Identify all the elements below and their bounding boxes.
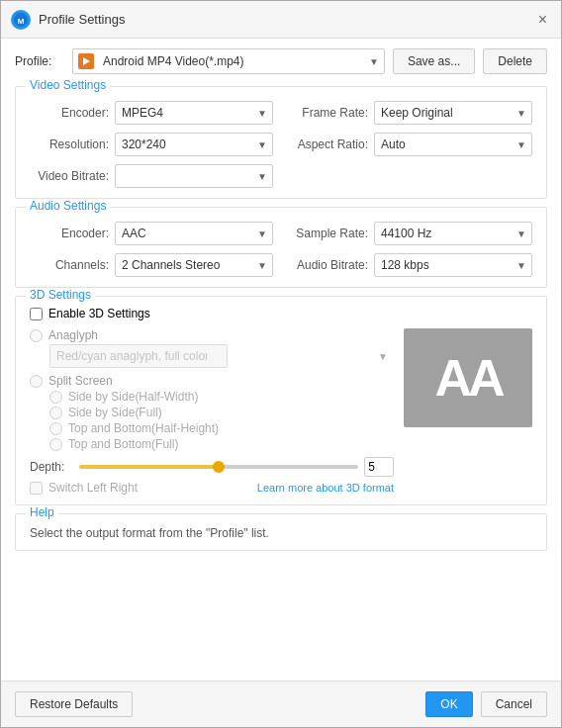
switch-left: Switch Left Right bbox=[30, 481, 138, 495]
encoder-wrapper: MPEG4 ▼ bbox=[115, 101, 273, 125]
video-bitrate-dropdown[interactable] bbox=[115, 164, 273, 188]
sample-rate-label: Sample Rate: bbox=[289, 227, 368, 240]
title-bar-left: M Profile Settings bbox=[11, 10, 125, 30]
resolution-dropdown[interactable]: 320*240 bbox=[115, 133, 273, 156]
split-option-4: Top and Bottom(Full) bbox=[49, 437, 394, 451]
audio-encoder-label: Encoder: bbox=[30, 227, 109, 240]
settings-3d-title: 3D Settings bbox=[26, 288, 95, 302]
settings-3d-body: Anaglyph Red/cyan anaglyph, full color ▼… bbox=[30, 328, 532, 495]
anaglyph-option-dropdown[interactable]: Red/cyan anaglyph, full color bbox=[49, 344, 228, 368]
side-full-label: Side by Side(Full) bbox=[68, 406, 162, 419]
side-full-radio[interactable] bbox=[49, 407, 62, 419]
cancel-button[interactable]: Cancel bbox=[481, 691, 547, 717]
audio-bitrate-wrapper: 128 kbps ▼ bbox=[374, 253, 532, 277]
sample-rate-dropdown[interactable]: 44100 Hz bbox=[374, 222, 532, 245]
side-half-label: Side by Side(Half-Width) bbox=[68, 390, 198, 404]
audio-bitrate-row: Audio Bitrate: 128 kbps ▼ bbox=[289, 253, 532, 277]
split-option-1: Side by Side(Half-Width) bbox=[49, 390, 394, 404]
channels-label: Channels: bbox=[30, 258, 109, 272]
audio-settings-title: Audio Settings bbox=[26, 199, 110, 213]
enable-3d-row: Enable 3D Settings bbox=[30, 307, 532, 320]
top-full-label: Top and Bottom(Full) bbox=[68, 437, 178, 451]
framerate-dropdown[interactable]: Keep Original bbox=[374, 101, 532, 125]
help-text: Select the output format from the "Profi… bbox=[30, 526, 532, 540]
video-settings-grid: Encoder: MPEG4 ▼ Frame Rate: Keep Origin… bbox=[30, 101, 532, 188]
framerate-wrapper: Keep Original ▼ bbox=[374, 101, 532, 125]
split-screen-radio[interactable] bbox=[30, 375, 43, 388]
depth-slider[interactable] bbox=[79, 465, 358, 469]
anaglyph-dropdown-arrow: ▼ bbox=[378, 351, 388, 362]
enable-3d-label[interactable]: Enable 3D Settings bbox=[48, 307, 150, 320]
side-half-radio[interactable] bbox=[49, 391, 62, 404]
settings-3d-left: Anaglyph Red/cyan anaglyph, full color ▼… bbox=[30, 328, 394, 495]
anaglyph-radio-row: Anaglyph bbox=[30, 328, 394, 342]
profile-icon bbox=[78, 53, 94, 69]
ok-button[interactable]: OK bbox=[425, 691, 472, 717]
video-bitrate-row: Video Bitrate: ▼ bbox=[30, 164, 273, 188]
audio-settings-grid: Encoder: AAC ▼ Sample Rate: 44100 Hz ▼ bbox=[30, 222, 532, 277]
switch-lr-label: Switch Left Right bbox=[48, 481, 138, 495]
preview-aa-text: AA bbox=[434, 348, 501, 408]
radio-group: Anaglyph Red/cyan anaglyph, full color ▼… bbox=[30, 328, 394, 451]
video-bitrate-wrapper: ▼ bbox=[115, 164, 273, 188]
top-half-radio[interactable] bbox=[49, 422, 62, 435]
encoder-row: Encoder: MPEG4 ▼ bbox=[30, 101, 273, 125]
audio-encoder-dropdown[interactable]: AAC bbox=[115, 222, 273, 245]
split-screen-radio-row: Split Screen bbox=[30, 374, 394, 388]
encoder-dropdown[interactable]: MPEG4 bbox=[115, 101, 273, 125]
enable-3d-checkbox[interactable] bbox=[30, 308, 43, 320]
split-option-3: Top and Bottom(Half-Height) bbox=[49, 421, 394, 435]
depth-label: Depth: bbox=[30, 460, 73, 474]
aspect-ratio-row: Aspect Ratio: Auto ▼ bbox=[289, 133, 532, 156]
main-window: M Profile Settings × Profile: Android MP… bbox=[0, 0, 562, 728]
aspect-ratio-label: Aspect Ratio: bbox=[289, 137, 368, 151]
framerate-row: Frame Rate: Keep Original ▼ bbox=[289, 101, 532, 125]
profile-label: Profile: bbox=[15, 54, 64, 68]
title-bar: M Profile Settings × bbox=[1, 1, 561, 39]
resolution-row: Resolution: 320*240 ▼ bbox=[30, 133, 273, 156]
sample-rate-wrapper: 44100 Hz ▼ bbox=[374, 222, 532, 245]
content-area: Profile: Android MP4 Video(*.mp4) ▼ Save… bbox=[1, 39, 561, 681]
svg-text:M: M bbox=[18, 17, 25, 26]
resolution-label: Resolution: bbox=[30, 137, 109, 151]
split-screen-label: Split Screen bbox=[48, 374, 113, 388]
switch-lr-checkbox[interactable] bbox=[30, 482, 43, 495]
encoder-label: Encoder: bbox=[30, 106, 109, 120]
delete-button[interactable]: Delete bbox=[483, 48, 547, 74]
profile-row: Profile: Android MP4 Video(*.mp4) ▼ Save… bbox=[15, 48, 547, 74]
channels-dropdown[interactable]: 2 Channels Stereo bbox=[115, 253, 273, 277]
video-settings-title: Video Settings bbox=[26, 78, 110, 92]
preview-box: AA bbox=[404, 328, 532, 427]
learn-more-link[interactable]: Learn more about 3D format bbox=[257, 482, 394, 494]
aspect-ratio-dropdown[interactable]: Auto bbox=[374, 133, 532, 156]
sample-rate-row: Sample Rate: 44100 Hz ▼ bbox=[289, 222, 532, 245]
audio-settings-section: Audio Settings Encoder: AAC ▼ Sample Rat… bbox=[15, 207, 547, 288]
resolution-wrapper: 320*240 ▼ bbox=[115, 133, 273, 156]
audio-encoder-wrapper: AAC ▼ bbox=[115, 222, 273, 245]
profile-select-container: Android MP4 Video(*.mp4) ▼ bbox=[72, 48, 385, 74]
depth-value-input[interactable] bbox=[364, 457, 394, 477]
window-title: Profile Settings bbox=[39, 12, 125, 27]
top-full-radio[interactable] bbox=[49, 438, 62, 451]
anaglyph-label: Anaglyph bbox=[48, 328, 98, 342]
switch-row: Switch Left Right Learn more about 3D fo… bbox=[30, 481, 394, 495]
profile-dropdown[interactable]: Android MP4 Video(*.mp4) bbox=[72, 48, 385, 74]
audio-bitrate-label: Audio Bitrate: bbox=[289, 258, 368, 272]
help-section: Help Select the output format from the "… bbox=[15, 513, 547, 551]
save-as-button[interactable]: Save as... bbox=[393, 48, 475, 74]
top-half-label: Top and Bottom(Half-Height) bbox=[68, 421, 219, 435]
footer: Restore Defaults OK Cancel bbox=[1, 681, 561, 727]
aspect-ratio-wrapper: Auto ▼ bbox=[374, 133, 532, 156]
audio-bitrate-dropdown[interactable]: 128 kbps bbox=[374, 253, 532, 277]
video-settings-section: Video Settings Encoder: MPEG4 ▼ Frame Ra… bbox=[15, 86, 547, 199]
split-option-2: Side by Side(Full) bbox=[49, 406, 394, 419]
close-button[interactable]: × bbox=[534, 10, 551, 30]
audio-encoder-row: Encoder: AAC ▼ bbox=[30, 222, 273, 245]
help-title: Help bbox=[26, 505, 58, 519]
framerate-label: Frame Rate: bbox=[289, 106, 368, 120]
svg-marker-2 bbox=[83, 57, 90, 65]
anaglyph-radio[interactable] bbox=[30, 329, 43, 342]
video-bitrate-label: Video Bitrate: bbox=[30, 169, 109, 183]
channels-wrapper: 2 Channels Stereo ▼ bbox=[115, 253, 273, 277]
restore-defaults-button[interactable]: Restore Defaults bbox=[15, 691, 133, 717]
